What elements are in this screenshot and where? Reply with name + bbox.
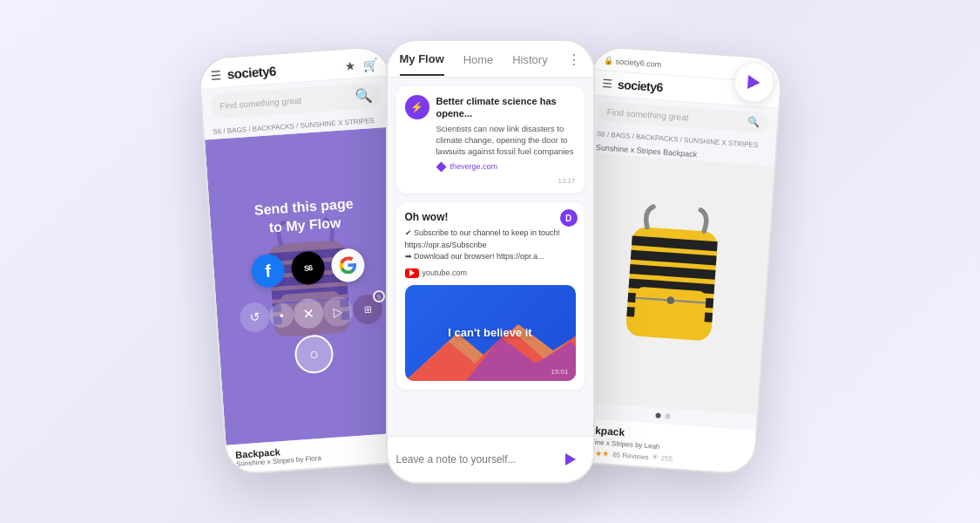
- reviews-count: 65 Reviews: [612, 451, 649, 461]
- lock-icon: 🔒: [603, 56, 613, 65]
- left-product-image-area: Send this page to My Flow f S6: [205, 126, 414, 445]
- center-tabs: My Flow Home History ⋮: [388, 41, 593, 78]
- youtube-link[interactable]: youtube.com: [405, 268, 576, 278]
- dot-2: [664, 413, 669, 418]
- dot-1: [654, 413, 659, 418]
- phone-center: My Flow Home History ⋮ ⚡ Better climate …: [386, 39, 595, 484]
- note-input-area: [388, 436, 593, 482]
- youtube-icon: [405, 268, 419, 278]
- refresh-icon[interactable]: ↺: [239, 302, 270, 333]
- society6-app-icon[interactable]: S6: [290, 251, 326, 287]
- video-time: 15:01: [551, 368, 568, 376]
- url-bar: 🔒 society6.com: [603, 56, 661, 69]
- cart-icon[interactable]: 🛒: [362, 57, 377, 71]
- tab-my-flow[interactable]: My Flow: [400, 52, 444, 76]
- svg-rect-19: [632, 287, 706, 336]
- message-avatar-1: ⚡: [405, 95, 429, 119]
- send-note-button[interactable]: [557, 445, 585, 473]
- send-overlay-text: Send this page to My Flow: [253, 195, 355, 238]
- note-input[interactable]: [396, 453, 550, 465]
- views-count: 👁 255: [652, 453, 672, 463]
- left-logo: society6: [226, 64, 276, 82]
- message-badge-d: D: [560, 209, 578, 227]
- center-phone-content: My Flow Home History ⋮ ⚡ Better climate …: [388, 41, 593, 482]
- phone-right: 🔒 society6.com ☰ society6 Find something…: [563, 45, 783, 476]
- send-note-icon: [565, 453, 576, 465]
- right-search-icon[interactable]: 🔍: [747, 116, 760, 128]
- copy-button[interactable]: ⊞ 5: [351, 294, 382, 325]
- video-text: I can't believe it: [448, 326, 531, 339]
- close-button[interactable]: ✕: [293, 298, 324, 329]
- message-text-1: Scientists can now link disasters to cli…: [436, 123, 576, 158]
- dot-icon: •: [268, 302, 294, 329]
- right-backpack-image: [597, 200, 747, 367]
- star-icon[interactable]: ★: [343, 58, 355, 73]
- copy-badge: 5: [372, 290, 385, 303]
- right-logo: society6: [617, 78, 663, 95]
- phone-left: ☰ society6 ★ 🛒 Find something great 🔍 S6…: [197, 45, 417, 476]
- left-search-icon[interactable]: 🔍: [355, 87, 373, 105]
- message-card-2: D Oh wow! ✔ Subscribe to our channel to …: [396, 202, 585, 390]
- verge-link-icon: [436, 161, 447, 172]
- messages-area: ⚡ Better climate science has opene... Sc…: [388, 78, 593, 436]
- left-phone-content: ☰ society6 ★ 🛒 Find something great 🔍 S6…: [199, 47, 416, 474]
- right-share-icon: [747, 75, 760, 90]
- tab-home[interactable]: Home: [463, 53, 494, 75]
- right-search-placeholder: Find something great: [606, 107, 688, 123]
- hamburger-icon[interactable]: ☰: [210, 67, 222, 82]
- right-product-image: [569, 153, 774, 414]
- main-circle-button[interactable]: ○: [294, 334, 335, 375]
- oh-wow-title: Oh wow!: [405, 211, 576, 223]
- bottom-actions: ↺ • ✕ ▷ ⊞ 5: [226, 286, 395, 341]
- message-link-1[interactable]: theverge.com: [436, 161, 576, 172]
- share-action-icon[interactable]: ▷: [322, 295, 354, 327]
- left-search-placeholder: Find something great: [219, 96, 301, 112]
- oh-wow-text-2: ➡ Download our browser! https://opr.a...: [405, 251, 576, 263]
- right-phone-content: 🔒 society6.com ☰ society6 Find something…: [564, 47, 781, 474]
- message-time-1: 13:17: [405, 177, 576, 185]
- yt-play-icon: [409, 269, 415, 276]
- video-card[interactable]: I can't believe it 15:01: [405, 285, 576, 381]
- message-title-1: Better climate science has opene...: [436, 95, 576, 120]
- phones-container: ☰ society6 ★ 🛒 Find something great 🔍 S6…: [194, 39, 787, 484]
- google-app-icon[interactable]: [330, 248, 366, 283]
- oh-wow-text-1: ✔ Subscribe to our channel to keep in to…: [405, 228, 576, 251]
- app-icons-row: f S6: [250, 248, 365, 289]
- facebook-app-icon[interactable]: f: [250, 254, 286, 289]
- send-overlay: Send this page to My Flow f S6: [205, 126, 414, 445]
- more-icon[interactable]: ⋮: [567, 51, 581, 77]
- tab-history[interactable]: History: [512, 53, 547, 75]
- message-card-1: ⚡ Better climate science has opene... Sc…: [396, 86, 585, 194]
